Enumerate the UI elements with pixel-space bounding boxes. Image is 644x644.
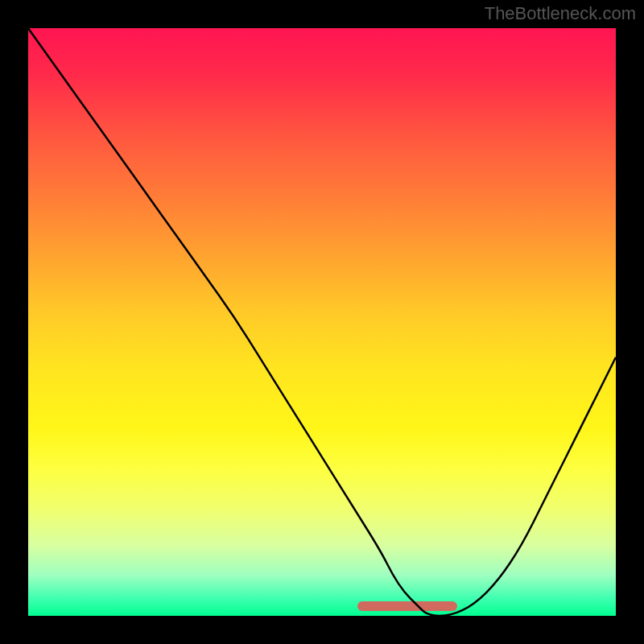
watermark-text: TheBottleneck.com [485, 3, 636, 24]
chart-background-gradient [28, 28, 616, 616]
sweet-spot-marker [357, 601, 457, 611]
